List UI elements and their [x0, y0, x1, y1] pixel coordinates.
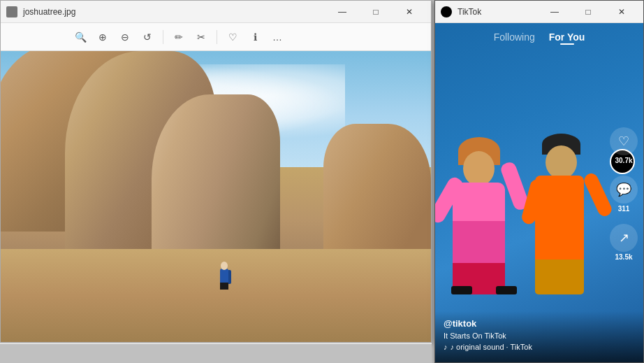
image-viewer-window: joshuatree.jpg — □ ✕ 🔍 ⊕ ⊖ ↺ ✏ ✂ ♡ ℹ … [0, 0, 432, 343]
tiktok-video-info: @tiktok It Starts On TikTok ♪ ♪ original… [435, 311, 643, 362]
image-viewer-app-icon [6, 6, 17, 17]
share-count: 13.5k [615, 253, 632, 261]
tiktok-window: TikTok — □ ✕ [434, 0, 644, 363]
tiktok-window-title: TikTok [458, 7, 539, 17]
rotate-icon[interactable]: ↺ [138, 27, 157, 47]
tiktok-titlebar: TikTok — □ ✕ [435, 1, 643, 23]
tiktok-window-controls: — □ ✕ [539, 1, 638, 23]
tiktok-app-icon [441, 6, 452, 17]
image-viewer-close-button[interactable]: ✕ [393, 1, 425, 23]
taskbar [0, 343, 432, 363]
image-content [1, 51, 431, 342]
dancer-right [532, 127, 601, 294]
dancer-right-shorts [535, 259, 584, 294]
edit-icon[interactable]: ✏ [169, 27, 189, 47]
video-username[interactable]: @tiktok [444, 318, 635, 329]
favorite-icon[interactable]: ♡ [223, 27, 242, 47]
like-icon[interactable]: ♡ [610, 127, 638, 155]
share-action[interactable]: ↗ 13.5k [610, 224, 638, 261]
tiktok-minimize-button[interactable]: — [539, 1, 571, 23]
tiktok-foryou-tab[interactable]: For You [549, 31, 585, 43]
rock-right [323, 124, 431, 269]
hiker-head [221, 262, 228, 270]
image-viewer-window-controls: — □ ✕ [326, 1, 425, 23]
desert-scene [1, 51, 431, 342]
tiktok-navigation: Following For You [435, 31, 643, 43]
dancer-left-shoe-l [451, 286, 472, 294]
image-viewer-toolbar: 🔍 ⊕ ⊖ ↺ ✏ ✂ ♡ ℹ … [1, 23, 431, 51]
tiktok-maximize-button[interactable]: □ [572, 1, 604, 23]
tiktok-video-area[interactable]: Following For You ♪ ♡ 30.7k 💬 311 ↗ 13.5… [435, 23, 643, 362]
tiktok-close-button[interactable]: ✕ [606, 1, 638, 23]
zoom-out-icon[interactable]: ⊖ [115, 27, 135, 47]
crop-icon[interactable]: ✂ [191, 27, 211, 47]
image-viewer-maximize-button[interactable]: □ [360, 1, 392, 23]
dancer-left [446, 113, 522, 294]
like-count: 30.7k [615, 157, 632, 164]
zoom-fit-icon[interactable]: 🔍 [71, 27, 90, 47]
tiktok-action-buttons: ♡ 30.7k 💬 311 ↗ 13.5k [610, 127, 638, 261]
dancer-left-head [463, 151, 495, 186]
toolbar-separator-2 [217, 30, 217, 44]
zoom-in-icon[interactable]: ⊕ [93, 27, 112, 47]
like-action[interactable]: ♡ 30.7k [610, 127, 638, 164]
music-note-icon: ♪ [444, 343, 448, 351]
dancer-right-body [535, 176, 584, 266]
dancer-left-shoe-r [496, 286, 517, 294]
dancer-left-shorts [453, 221, 505, 266]
share-icon[interactable]: ↗ [610, 224, 638, 252]
sound-name: ♪ original sound · TikTok [451, 343, 532, 351]
toolbar-separator [163, 30, 163, 44]
hiker-figure [216, 255, 233, 290]
video-sound: ♪ ♪ original sound · TikTok [444, 343, 635, 351]
comment-action[interactable]: 💬 311 [610, 176, 638, 213]
hiker-legs [220, 283, 228, 290]
image-viewer-minimize-button[interactable]: — [326, 1, 358, 23]
more-icon[interactable]: … [268, 27, 287, 47]
comment-count: 311 [618, 205, 630, 213]
image-viewer-titlebar: joshuatree.jpg — □ ✕ [1, 1, 431, 23]
image-viewer-title: joshuatree.jpg [23, 7, 326, 17]
tiktok-following-tab[interactable]: Following [494, 31, 535, 43]
info-icon[interactable]: ℹ [245, 27, 265, 47]
comment-icon[interactable]: 💬 [610, 176, 638, 204]
video-description: It Starts On TikTok [444, 332, 635, 340]
dancer-right-head [546, 145, 577, 179]
